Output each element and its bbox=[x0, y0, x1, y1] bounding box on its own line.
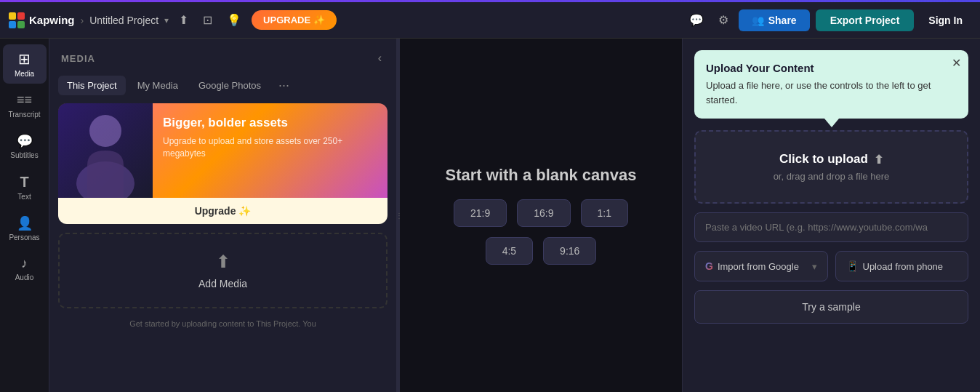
aspect-1-1[interactable]: 1:1 bbox=[581, 199, 628, 227]
sidebar-item-label: Personas bbox=[9, 233, 39, 241]
sidebar-item-label: Text bbox=[17, 193, 31, 201]
upgrade-card-button[interactable]: Upgrade ✨ bbox=[58, 198, 387, 224]
tooltip-title: Upload Your Content bbox=[706, 62, 957, 74]
tab-google-photos[interactable]: Google Photos bbox=[190, 76, 270, 95]
media-panel-title: MEDIA bbox=[61, 53, 95, 64]
upload-box-title-text: Click to upload bbox=[779, 152, 868, 167]
media-tabs: This Project My Media Google Photos ··· bbox=[49, 75, 396, 103]
canvas-area: Start with a blank canvas 21:9 16:9 1:1 … bbox=[400, 39, 682, 392]
upgrade-card-description: Upgrade to upload and store assets over … bbox=[163, 135, 377, 160]
upload-drop-zone[interactable]: Click to upload ⬆ or, drag and drop a fi… bbox=[694, 130, 968, 204]
share-button[interactable]: 👥 Share bbox=[739, 9, 810, 31]
media-panel-header: MEDIA ‹ bbox=[49, 39, 396, 75]
upgrade-card-banner: Bigger, bolder assets Upgrade to upload … bbox=[58, 103, 387, 198]
sidebar-item-label: Transcript bbox=[8, 111, 40, 119]
project-dropdown-icon[interactable]: ▾ bbox=[164, 15, 169, 25]
caption-icon[interactable]: ⊡ bbox=[198, 9, 217, 31]
sidebar-item-label: Subtitles bbox=[10, 151, 38, 159]
main-layout: ⊞ Media ≡≡ Transcript 💬 Subtitles T Text… bbox=[0, 39, 980, 392]
project-name: Untitled Project bbox=[89, 15, 158, 26]
sidebar-item-text[interactable]: T Text bbox=[3, 168, 47, 207]
share-icon: 👥 bbox=[752, 15, 764, 26]
share-link-icon[interactable]: ⬆ bbox=[174, 9, 193, 31]
canvas-content: Start with a blank canvas 21:9 16:9 1:1 … bbox=[446, 166, 637, 265]
close-tooltip-button[interactable]: ✕ bbox=[952, 57, 961, 69]
import-google-label: Import from Google bbox=[718, 261, 799, 272]
phone-icon: 📱 bbox=[846, 260, 859, 272]
breadcrumb-separator: › bbox=[81, 15, 84, 26]
aspect-4-5[interactable]: 4:5 bbox=[486, 237, 533, 265]
media-panel-content: Bigger, bolder assets Upgrade to upload … bbox=[49, 103, 396, 392]
aspect-9-16[interactable]: 9:16 bbox=[543, 237, 596, 265]
add-media-hint: Get started by uploading content to This… bbox=[58, 316, 387, 335]
topbar: Kapwing › Untitled Project ▾ ⬆ ⊡ 💡 UPGRA… bbox=[0, 2, 980, 39]
aspect-21-9[interactable]: 21:9 bbox=[454, 199, 507, 227]
personas-icon: 👤 bbox=[17, 215, 33, 231]
share-label: Share bbox=[768, 15, 797, 26]
sidebar-item-subtitles[interactable]: 💬 Subtitles bbox=[3, 127, 47, 165]
upload-phone-label: Upload from phone bbox=[863, 261, 944, 272]
aspect-row-1: 21:9 16:9 1:1 bbox=[454, 199, 628, 227]
add-media-label: Add Media bbox=[198, 278, 247, 289]
text-icon: T bbox=[20, 174, 28, 191]
svg-point-1 bbox=[89, 115, 121, 147]
topbar-actions: 💬 ⚙ 👥 Share Export Project Sign In bbox=[685, 9, 971, 31]
upgrade-card: Bigger, bolder assets Upgrade to upload … bbox=[58, 103, 387, 224]
sidebar-item-audio[interactable]: ♪ Audio bbox=[3, 250, 47, 287]
upload-panel: ✕ Upload Your Content Upload a file here… bbox=[682, 39, 980, 392]
tooltip-description: Upload a file here, or use the controls … bbox=[706, 79, 957, 107]
sidebar-item-media[interactable]: ⊞ Media bbox=[3, 44, 47, 84]
media-panel: MEDIA ‹ This Project My Media Google Pho… bbox=[49, 39, 397, 392]
upgrade-card-image bbox=[58, 103, 153, 198]
upload-arrow-icon: ⬆ bbox=[874, 153, 883, 167]
upgrade-card-person bbox=[58, 103, 153, 198]
upgrade-card-title: Bigger, bolder assets bbox=[163, 115, 377, 131]
upload-box-title: Click to upload ⬆ bbox=[779, 152, 883, 167]
upload-icon: ⬆ bbox=[216, 252, 230, 272]
upload-tooltip: ✕ Upload Your Content Upload a file here… bbox=[694, 50, 968, 119]
sidebar-item-label: Audio bbox=[15, 273, 34, 281]
logo-icon bbox=[9, 12, 25, 28]
settings-icon[interactable]: ⚙ bbox=[714, 9, 733, 31]
add-media-box[interactable]: ⬆ Add Media bbox=[58, 233, 387, 308]
collapse-panel-button[interactable]: ‹ bbox=[375, 49, 385, 68]
import-google-button[interactable]: G Import from Google ▾ bbox=[694, 251, 828, 281]
aspect-row-2: 4:5 9:16 bbox=[486, 237, 597, 265]
tooltip-arrow bbox=[824, 119, 839, 127]
try-sample-button[interactable]: Try a sample bbox=[694, 290, 968, 324]
comment-icon[interactable]: 💬 bbox=[685, 9, 708, 31]
sidebar: ⊞ Media ≡≡ Transcript 💬 Subtitles T Text… bbox=[0, 39, 49, 392]
sidebar-item-label: Media bbox=[15, 70, 34, 78]
blank-canvas-title: Start with a blank canvas bbox=[446, 166, 637, 185]
aspect-ratios: 21:9 16:9 1:1 4:5 9:16 bbox=[454, 199, 628, 265]
audio-icon: ♪ bbox=[21, 256, 28, 271]
tabs-more-button[interactable]: ··· bbox=[273, 75, 295, 96]
upgrade-card-text-area: Bigger, bolder assets Upgrade to upload … bbox=[153, 103, 387, 198]
upload-box-subtitle: or, drag and drop a file here bbox=[774, 171, 890, 182]
media-icon: ⊞ bbox=[18, 50, 31, 68]
sidebar-item-personas[interactable]: 👤 Personas bbox=[3, 209, 47, 247]
transcript-icon: ≡≡ bbox=[17, 92, 32, 108]
tab-this-project[interactable]: This Project bbox=[58, 76, 126, 95]
import-google-chevron: ▾ bbox=[812, 261, 817, 272]
url-input[interactable] bbox=[694, 212, 968, 242]
import-options-row: G Import from Google ▾ 📱 Upload from pho… bbox=[694, 251, 968, 281]
signin-button[interactable]: Sign In bbox=[920, 9, 971, 31]
tab-my-media[interactable]: My Media bbox=[129, 76, 187, 95]
aspect-16-9[interactable]: 16:9 bbox=[517, 199, 570, 227]
upgrade-button[interactable]: UPGRADE ✨ bbox=[252, 10, 337, 30]
lightbulb-icon[interactable]: 💡 bbox=[222, 9, 246, 31]
logo-area: Kapwing bbox=[9, 12, 75, 28]
upload-phone-button[interactable]: 📱 Upload from phone bbox=[835, 251, 969, 281]
subtitles-icon: 💬 bbox=[17, 133, 33, 149]
brand-name: Kapwing bbox=[29, 14, 75, 26]
export-button[interactable]: Export Project bbox=[816, 9, 915, 31]
google-icon: G bbox=[705, 260, 713, 272]
sidebar-item-transcript[interactable]: ≡≡ Transcript bbox=[3, 87, 47, 124]
